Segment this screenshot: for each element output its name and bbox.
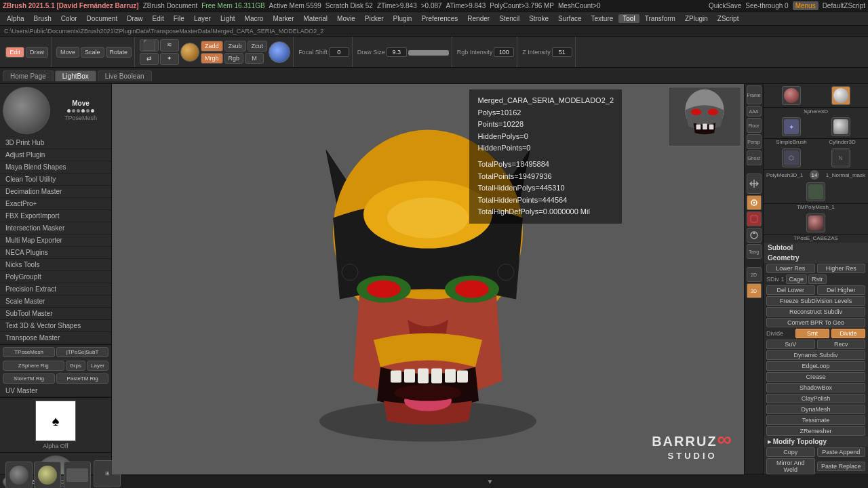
freeze-subdiv-btn[interactable]: Freeze SubDivision Levels	[766, 296, 865, 306]
tab-homepage[interactable]: Home Page	[3, 70, 54, 81]
layer-btn[interactable]: Layer	[87, 361, 108, 371]
z-intensity-value[interactable]: 51	[552, 47, 572, 57]
move-brush-thumb[interactable]	[5, 462, 33, 489]
menu-item-tool[interactable]: Tool	[618, 14, 639, 23]
rgb-intensity-value[interactable]: 100	[494, 47, 514, 57]
brush-size-indicator[interactable]	[269, 41, 290, 63]
tang-btn[interactable]: Tang	[747, 244, 762, 259]
rstr-btn[interactable]: Rstr	[808, 274, 827, 284]
menu-item-surface[interactable]: Surface	[554, 14, 585, 23]
paste-replace-btn[interactable]: Paste Replace	[817, 462, 866, 471]
menu-item-color[interactable]: Color	[57, 14, 81, 23]
menu-item-preferences[interactable]: Preferences	[417, 14, 462, 23]
left-menu-text3d[interactable]: Text 3D & Vector Shapes	[0, 320, 111, 332]
menus-btn[interactable]: Menus	[793, 1, 818, 10]
transform-btn[interactable]: ✦	[160, 53, 179, 65]
left-menu-transpose[interactable]: Transpose Master	[0, 332, 111, 344]
clay-brush-thumb[interactable]	[34, 462, 61, 489]
copy-btn[interactable]: Copy	[766, 447, 815, 457]
higher-res-btn[interactable]: Higher Res	[817, 264, 866, 273]
merged-cara-5-thumb[interactable]	[782, 86, 801, 105]
menu-item-plugin[interactable]: Plugin	[389, 14, 416, 23]
left-menu-uv-master[interactable]: UV Master	[0, 385, 111, 397]
floor-btn[interactable]: Floor	[747, 118, 762, 133]
canvas-area[interactable]: Merged_CARA_SERIA_MODELADO2_2 Polys=1016…	[112, 84, 744, 474]
draw-mode-btn[interactable]: ⬛	[140, 39, 159, 52]
menu-item-render[interactable]: Render	[463, 14, 494, 23]
left-menu-multimap[interactable]: Multi Map Exporter	[0, 235, 111, 247]
menu-item-stencil[interactable]: Stencil	[495, 14, 524, 23]
menu-item-picker[interactable]: Picker	[361, 14, 388, 23]
tpose-subt-btn[interactable]: |TPoSe|SubT	[56, 347, 108, 357]
clay-polish-btn[interactable]: ClayPolish	[766, 394, 865, 403]
tab-live-boolean[interactable]: Live Boolean	[98, 70, 152, 81]
draw-size-value[interactable]: 9.3	[387, 47, 407, 57]
mirror-weld-btn[interactable]: Mirror And Weld	[766, 458, 815, 474]
cage-btn[interactable]: Cage	[786, 274, 808, 284]
menu-item-light[interactable]: Light	[216, 14, 239, 23]
menu-item-material[interactable]: Material	[300, 14, 332, 23]
frame-btn[interactable]: Frame	[747, 85, 762, 104]
zsphere-rig-btn[interactable]: ZSphere Rig	[3, 361, 64, 371]
menu-item-stroke[interactable]: Stroke	[525, 14, 553, 23]
tpose-cabezas-thumb[interactable]	[806, 214, 825, 232]
menu-item-draw[interactable]: Draw	[123, 14, 146, 23]
crease-btn[interactable]: Crease	[766, 372, 865, 382]
timeline-arrow[interactable]: ▼	[484, 478, 496, 485]
rotate-btn[interactable]: Rotate	[106, 47, 132, 58]
menu-item-brush[interactable]: Brush	[30, 14, 56, 23]
left-menu-nicks[interactable]: Nicks Tools	[0, 259, 111, 271]
zdraw-btn[interactable]	[747, 195, 762, 210]
z-remesher-btn[interactable]: ZRemesher	[766, 426, 865, 436]
left-menu-clean-tool[interactable]: Clean Tool Utility	[0, 174, 111, 186]
del-higher-btn[interactable]: Del Higher	[817, 285, 866, 295]
geometry-header[interactable]: Geometry	[764, 253, 868, 263]
menu-item-movie[interactable]: Movie	[333, 14, 359, 23]
left-menu-3d-print[interactable]: 3D Print Hub	[0, 137, 111, 149]
menu-item-document[interactable]: Document	[83, 14, 122, 23]
left-menu-polygroup[interactable]: PolyGroupIt	[0, 271, 111, 283]
menu-item-zscript[interactable]: ZScript	[713, 14, 743, 23]
left-menu-subtool[interactable]: SubTool Master	[0, 308, 111, 320]
simple-brush-thumb[interactable]: ✦	[782, 117, 801, 136]
zdocker-2d-btn[interactable]: 2D	[747, 267, 762, 282]
brush-preview-sphere[interactable]	[3, 87, 50, 134]
tab-lightbox[interactable]: LightBox	[55, 70, 96, 81]
left-menu-intersection[interactable]: Intersection Masker	[0, 222, 111, 235]
suv-btn[interactable]: SuV	[766, 340, 815, 349]
normal-mask-thumb[interactable]: N	[831, 148, 850, 167]
rotate-view-btn[interactable]	[747, 228, 762, 243]
alpha-preview[interactable]: ♠	[35, 401, 76, 441]
poly-mesh-3d-thumb[interactable]: ⬡	[782, 148, 801, 167]
divide-btn[interactable]: Divide	[831, 329, 865, 338]
smt-btn[interactable]: Smt	[795, 329, 829, 338]
store-tm-rig-btn[interactable]: StoreTM Rig	[3, 373, 55, 384]
aaa-btn[interactable]: AAA	[747, 106, 762, 117]
menu-item-layer[interactable]: Layer	[190, 14, 215, 23]
zsub-btn[interactable]: Zsub	[224, 41, 246, 52]
cylinder3d-thumb[interactable]	[831, 117, 850, 136]
left-menu-precision[interactable]: Precision Extract	[0, 283, 111, 296]
recv-btn[interactable]: Recv	[817, 340, 866, 349]
edit-btn[interactable]: Edit	[5, 47, 24, 58]
subtool-header[interactable]: Subtool	[764, 243, 868, 253]
zadd-btn[interactable]: Zadd	[201, 41, 223, 52]
sphere3d-thumb[interactable]	[831, 86, 850, 105]
menu-item-alpha[interactable]: Alpha	[3, 14, 28, 23]
left-menu-scale[interactable]: Scale Master	[0, 296, 111, 308]
rgb-btn[interactable]: Rgb	[224, 53, 244, 64]
paste-tm-rig-btn[interactable]: PasteTM Rig	[56, 373, 108, 384]
edge-loop-btn[interactable]: EdgeLoop	[766, 361, 865, 371]
focal-shift-value[interactable]: 0	[329, 47, 349, 57]
reconstruct-subdiv-btn[interactable]: Reconstruct Subdiv	[766, 307, 865, 317]
menu-item-transform[interactable]: Transform	[641, 14, 679, 23]
paste-append-btn[interactable]: Paste Append	[817, 447, 866, 457]
brush-cell-move[interactable]: Move	[5, 462, 33, 489]
persp-btn[interactable]: Persp	[747, 134, 762, 149]
shadow-box-btn[interactable]: ShadowBox	[766, 383, 865, 392]
ghost-btn[interactable]: Ghost	[747, 150, 762, 165]
zcolor-btn[interactable]	[747, 211, 762, 226]
tpose-mesh-btn[interactable]: TPoseMesh	[3, 347, 55, 357]
del-lower-btn[interactable]: Del Lower	[766, 285, 815, 295]
left-menu-adjust[interactable]: Adjust Plugin	[0, 149, 111, 161]
